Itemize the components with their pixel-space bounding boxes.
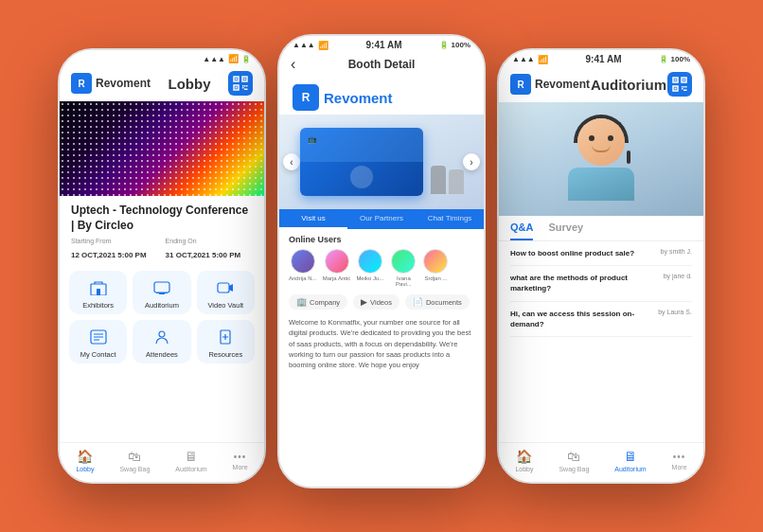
auditorium-label: Auditorium [145,301,179,310]
content-type-tabs: 🏢 Company ▶ Videos 📄 Documents [279,291,484,313]
avatar-1 [291,249,315,274]
resources-icon [214,328,237,346]
bottom-nav-left: 🏠 Lobby 🛍 Swag Bag 🖥 Auditorium ••• More [60,442,264,482]
user-1: Andrija N... [289,249,317,281]
nav-auditorium-right-icon: 🖥 [624,449,637,464]
svg-rect-23 [674,80,676,81]
svg-rect-27 [674,88,676,90]
conf-title: Uptech - Technology Conference | By Circ… [71,204,253,233]
qa-question-2: what are the methods of product marketin… [510,273,656,293]
nav-swag-right-icon: 🛍 [567,449,580,464]
nav-lobby-right[interactable]: 🏠 Lobby [515,449,533,472]
online-users-section: Online Users Andrija N... Marja Antic Me… [279,229,484,291]
nav-more-right[interactable]: ••• More [672,452,687,470]
qa-question-1: How to boost online product sale? [510,248,653,258]
back-button[interactable]: ‹ [291,56,295,73]
starting-from-label: Starting From [71,238,147,244]
signal-right-icon: ▲▲▲ [512,55,535,63]
video-vault-icon [214,278,237,297]
nav-auditorium-right[interactable]: 🖥 Auditorium [614,449,646,472]
avatar-5 [423,249,448,274]
app-header-right: R Revoment Auditorium [499,66,703,102]
booth-description: Welcome to Konmatfix, your number one so… [279,313,484,408]
svg-rect-30 [685,86,687,88]
logo-icon-left: R [71,73,92,94]
feature-attendees[interactable]: Attendees [133,320,190,364]
feature-exhibitors[interactable]: Exhibitors [69,271,127,314]
time-right: 9:41 AM [586,54,622,64]
qa-item-3[interactable]: Hi, can we access this session on-demand… [510,302,692,337]
bottom-nav-right: 🏠 Lobby 🛍 Swag Bag 🖥 Auditorium ••• More [499,442,703,482]
feature-auditorium[interactable]: Auditorium [133,271,190,314]
svg-rect-16 [218,283,229,293]
wifi-icon: 📶 [228,54,239,63]
booth-logo: R Revoment [293,84,470,111]
booth-tab-partners[interactable]: Our Partners [347,209,416,229]
content-tab-documents[interactable]: 📄 Documents [405,294,470,310]
qa-item-1[interactable]: How to boost online product sale? by smi… [510,241,692,266]
user-4: Ivana Pavi... [389,249,417,287]
qa-item-2[interactable]: what are the methods of product marketin… [510,266,692,301]
avatar-name-5: Srdjan ... [424,275,447,281]
qa-tab-qa[interactable]: Q&A [510,216,533,240]
battery-center-icon: 🔋 100% [439,41,470,49]
svg-point-21 [159,331,165,337]
avatar-3 [358,249,382,274]
nav-more-left[interactable]: ••• More [233,452,248,470]
nav-swag-left[interactable]: 🛍 Swag Bag [119,449,150,472]
content-tab-company[interactable]: 🏢 Company [289,294,347,310]
avatar-name-3: Meiko Ju... [356,275,383,281]
documents-label: Documents [426,298,462,307]
status-bar-right: ▲▲▲ 📶 9:41 AM 🔋 100% [499,50,703,66]
status-bar-center: ▲▲▲ 📶 9:41 AM 🔋 100% [279,36,484,52]
svg-rect-13 [154,282,169,293]
avatar-name-2: Marja Antic [323,275,351,281]
svg-rect-8 [246,85,248,87]
videos-label: Videos [370,298,392,307]
user-5: Srdjan ... [423,249,448,281]
qr-button[interactable] [228,71,253,96]
headset-person [499,102,703,216]
start-date-group: Starting From 12 OCT,2021 5:00 PM [71,238,147,261]
svg-rect-29 [683,86,685,88]
svg-rect-25 [683,80,684,81]
nav-swag-right[interactable]: 🛍 Swag Bag [559,449,589,472]
svg-rect-9 [242,87,244,89]
nav-auditorium-left[interactable]: 🖥 Auditorium [175,449,206,472]
svg-rect-6 [242,85,244,87]
booth-tab-visit[interactable]: Visit us [279,209,347,229]
videos-icon: ▶ [361,297,367,307]
feature-video-vault[interactable]: Video Vault [197,271,255,314]
avatar-4 [391,249,416,274]
nav-lobby-left[interactable]: 🏠 Lobby [76,449,94,472]
end-date-group: Ending On 31 OCT,2021 5:00 PM [166,238,241,261]
documents-icon: 📄 [413,297,423,307]
signal-center-icon: ▲▲▲ [293,41,315,49]
status-icons-left: ▲▲▲ 📶 🔋 [203,54,251,63]
booth-prev-button[interactable]: ‹ [283,153,300,170]
qr-button-right[interactable] [667,72,692,97]
booth-tab-chat[interactable]: Chat Timings [416,209,484,229]
auditorium-title: Auditorium [591,77,666,93]
svg-rect-1 [235,79,237,80]
online-users-title: Online Users [289,235,474,244]
qa-question-3: Hi, can we access this session on-demand… [510,309,650,329]
nav-lobby-right-label: Lobby [515,466,533,472]
nav-more-label: More [233,464,248,470]
feature-resources[interactable]: Resources [197,320,255,364]
resources-label: Resources [208,350,242,359]
booth-detail-title: Booth Detail [348,58,416,71]
start-date: 12 OCT,2021 5:00 PM [71,251,147,259]
exhibitors-label: Exhibitors [82,301,114,310]
video-vault-label: Video Vault [207,301,243,310]
battery-icon-left: 🔋 [241,55,251,63]
content-tab-videos[interactable]: ▶ Videos [353,294,399,310]
qa-tab-survey[interactable]: Survey [548,216,583,240]
booth-next-button[interactable]: › [463,153,480,170]
feature-my-contact[interactable]: My Contact [69,320,127,364]
avatar-2 [325,249,349,274]
nav-auditorium-icon: 🖥 [185,449,198,464]
user-3: Meiko Ju... [356,249,383,281]
booth-header: ‹ Booth Detail [279,52,484,77]
wifi-right-icon: 📶 [538,55,548,64]
